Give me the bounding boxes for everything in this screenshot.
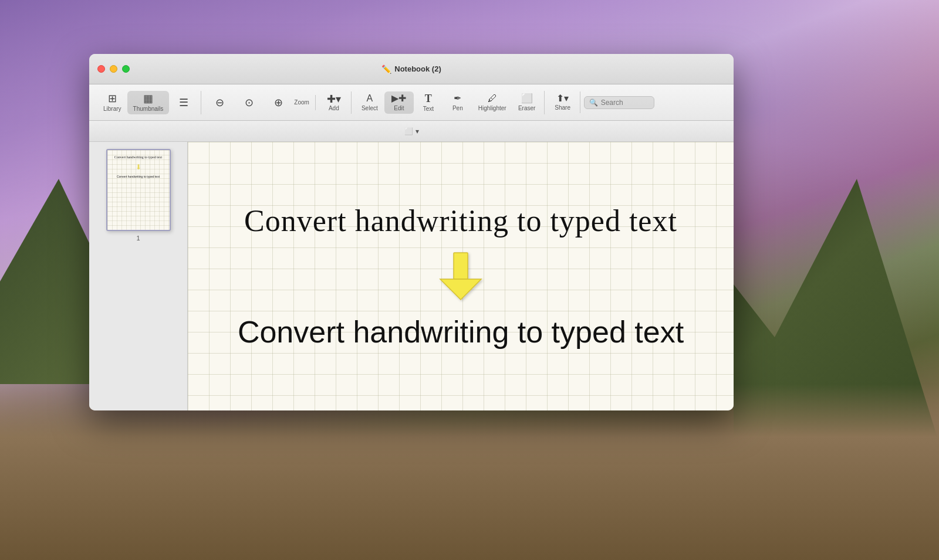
share-icon: ⬆▾ [556,94,569,103]
arrow-down-graphic [437,250,484,303]
library-button[interactable]: ⊞ Library [97,91,127,114]
eraser-icon: ⬜ [521,94,533,103]
highlighter-button[interactable]: 🖊 Highlighter [472,91,512,114]
zoom-out-icon: ⊖ [215,97,224,108]
thumbnails-label: Thumbnails [133,106,164,112]
window-title: ✏️ Notebook (2) [381,65,441,74]
page-thumbnail-1[interactable]: Convert handwriting to typed text ⬇ Conv… [106,149,171,231]
sidebar-thumbnails: Convert handwriting to typed text ⬇ Conv… [89,142,188,410]
toolbar-group-add: ✚▾ Add [317,91,352,114]
zoom-fit-icon: ⊙ [245,97,254,108]
add-label: Add [329,105,339,111]
content-area: Convert handwriting to typed text ⬇ Conv… [89,142,734,410]
edit-button[interactable]: ▶✚ Edit [384,91,414,114]
select-icon: A [367,94,373,103]
page-thumbnail-container: Convert handwriting to typed text ⬇ Conv… [106,149,171,242]
text-label: Text [423,106,434,112]
library-icon: ⊞ [108,93,117,104]
page-list-icon: ☰ [179,97,188,108]
thumbnail-arrow: ⬇ [136,163,141,171]
share-button[interactable]: ⬆▾ Share [548,91,577,113]
page-dropdown-arrow: ▾ [416,127,419,135]
thumbnails-button[interactable]: ▦ Thumbnails [127,91,170,114]
eraser-label: Eraser [518,105,535,111]
eraser-button[interactable]: ⬜ Eraser [512,91,542,114]
text-button[interactable]: T Text [414,91,443,114]
search-box[interactable]: 🔍 [584,96,654,109]
select-button[interactable]: A Select [355,91,384,114]
app-icon: ✏️ [381,65,391,74]
library-label: Library [103,106,121,112]
toolbar-group-zoom: ⊖ ⊙ ⊕ Zoom [202,95,316,110]
main-canvas: Convert handwriting to typed text [188,142,734,410]
pen-label: Pen [452,105,463,111]
toolbar-group-library: ⊞ Library ▦ Thumbnails ☰ [95,91,201,114]
add-button[interactable]: ✚▾ Add [319,91,349,114]
zoom-out-button[interactable]: ⊖ [205,95,234,110]
rocks-decoration [0,384,939,560]
maximize-button[interactable] [122,65,130,73]
thumbnail-handwriting: Convert handwriting to typed text [114,155,162,159]
svg-rect-0 [454,253,468,279]
toolbar-group-select-edit: A Select ▶✚ Edit T Text ✒ Pen 🖊 Highligh… [353,91,545,114]
edit-icon: ▶✚ [391,94,406,103]
handwriting-text: Convert handwriting to typed text [244,203,677,238]
title-text: Notebook (2) [394,65,441,73]
thumbnail-typed: Convert handwriting to typed text [117,175,160,178]
close-button[interactable] [97,65,105,73]
share-label: Share [555,104,570,111]
page-number-1: 1 [136,235,140,242]
edit-label: Edit [394,105,404,111]
select-label: Select [362,105,378,111]
page-icon-dropdown[interactable]: ⬜ ▾ [400,125,424,137]
zoom-label: Zoom [294,99,309,106]
thumbnail-content: Convert handwriting to typed text ⬇ Conv… [107,150,170,230]
page-frame-icon: ⬜ [404,127,413,135]
zoom-in-icon: ⊕ [274,97,283,108]
minimize-button[interactable] [110,65,117,73]
titlebar: ✏️ Notebook (2) [89,54,734,84]
add-icon: ✚▾ [327,94,341,104]
search-input[interactable] [601,99,648,107]
page-list-button[interactable]: ☰ [169,95,198,110]
app-window: ✏️ Notebook (2) ⊞ Library ▦ Thumbnails ☰… [89,54,734,410]
text-icon: T [425,93,432,104]
toolbar-group-share: ⬆▾ Share [546,91,580,113]
zoom-in-button[interactable]: ⊕ [264,95,293,110]
zoom-fit-button[interactable]: ⊙ [234,95,264,110]
canvas-content: Convert handwriting to typed text [188,142,734,410]
svg-marker-1 [440,279,481,300]
pen-button[interactable]: ✒ Pen [443,91,472,114]
thumbnails-icon: ▦ [143,93,153,104]
typed-text: Convert handwriting to typed text [238,314,684,349]
pen-icon: ✒ [454,94,461,103]
page-icon-area: ⬜ ▾ [89,121,734,142]
toolbar: ⊞ Library ▦ Thumbnails ☰ ⊖ ⊙ ⊕ Zoom [89,84,734,121]
highlighter-icon: 🖊 [488,94,497,103]
highlighter-label: Highlighter [478,105,506,111]
traffic-lights [89,65,130,73]
toolbar-group-search: 🔍 [582,96,657,109]
search-icon: 🔍 [589,99,598,107]
